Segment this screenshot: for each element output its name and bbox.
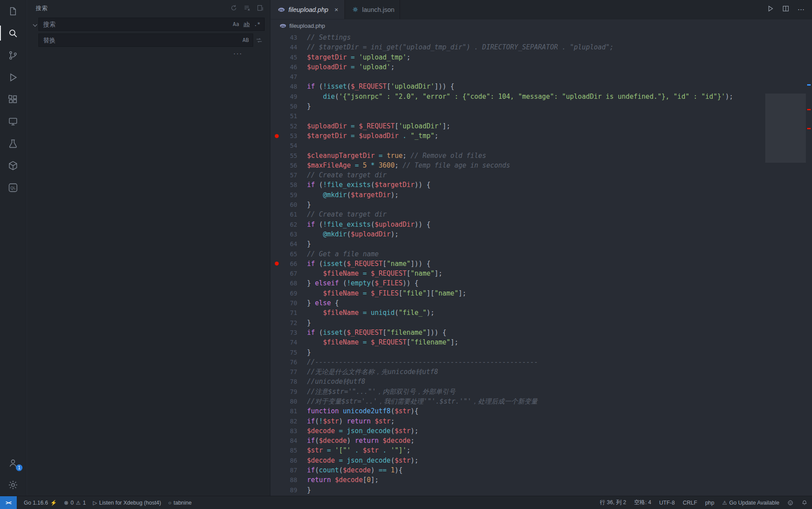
breakpoint-gutter[interactable] [271, 485, 282, 495]
split-editor-icon[interactable] [782, 5, 790, 14]
code-line[interactable]: 49 die('{"jsonrpc" : "2.0", "error" : {"… [271, 92, 765, 101]
code-line[interactable]: 60} [271, 200, 765, 210]
code-line[interactable]: 57// Create target dir [271, 170, 765, 180]
code-line[interactable]: 55$cleanupTargetDir = true; // Remove ol… [271, 151, 765, 161]
code-line[interactable]: 54 [271, 141, 765, 150]
package-icon[interactable] [0, 154, 26, 176]
code-line[interactable]: 79//注意$str='"..."'，内部双引号，外部单引号 [271, 387, 765, 397]
status-tabnine[interactable]: ○tabnine [168, 500, 191, 506]
code-line[interactable]: 78//unicode转utf8 [271, 377, 765, 386]
code-line[interactable]: 66if (isset($_REQUEST["name"])) { [271, 259, 765, 269]
code-line[interactable]: 72} [271, 318, 765, 328]
code-line[interactable]: 44// $targetDir = ini_get("upload_tmp_di… [271, 42, 765, 52]
code-line[interactable]: 75} [271, 348, 765, 357]
breakpoint-gutter[interactable] [271, 456, 282, 465]
breakpoint-gutter[interactable] [271, 42, 282, 52]
code-line[interactable]: 45$targetDir = 'upload_tmp'; [271, 52, 765, 62]
breakpoint-gutter[interactable] [271, 249, 282, 259]
remote-explorer-icon[interactable] [0, 110, 26, 132]
code-line[interactable]: 70} else { [271, 298, 765, 308]
code-line[interactable]: 56$maxFileAge = 5 * 3600; // Temp file a… [271, 161, 765, 170]
breakpoint-gutter[interactable] [271, 397, 282, 406]
code-line[interactable]: 73if (isset($_REQUEST["filename"])) { [271, 328, 765, 337]
extensions-icon[interactable] [0, 88, 26, 110]
regex-toggle[interactable]: .* [252, 19, 262, 29]
breakpoint-gutter[interactable] [271, 220, 282, 229]
code-line[interactable]: 71 $fileName = uniqid("file_"); [271, 308, 765, 318]
accounts-icon[interactable]: 1 [0, 452, 26, 474]
status-language[interactable]: php [705, 500, 715, 506]
breakpoint-gutter[interactable] [271, 475, 282, 485]
codeql-icon[interactable]: QL [0, 176, 26, 198]
breakpoint-gutter[interactable] [271, 436, 282, 445]
code-line[interactable]: 62if (!file_exists($uploadDir)) { [271, 220, 765, 229]
breakpoint-gutter[interactable] [271, 121, 282, 131]
breakpoint-dot[interactable] [271, 131, 282, 141]
code-line[interactable]: 52$uploadDir = $_REQUEST['uploadDir']; [271, 121, 765, 131]
code-line[interactable]: 82if(!$str) return $str; [271, 416, 765, 426]
status-go-version[interactable]: Go 1.16.6⚡ [24, 500, 57, 506]
code-line[interactable]: 64} [271, 239, 765, 249]
search-icon[interactable] [0, 22, 26, 44]
code-line[interactable]: 65// Get a file name [271, 249, 765, 259]
breakpoint-gutter[interactable] [271, 406, 282, 416]
breakpoint-gutter[interactable] [271, 377, 282, 386]
code-line[interactable]: 81function unicode2utf8($str){ [271, 406, 765, 416]
code-line[interactable]: 89} [271, 485, 765, 495]
breakpoint-gutter[interactable] [271, 387, 282, 397]
code-line[interactable]: 50} [271, 101, 765, 111]
source-control-icon[interactable] [0, 44, 26, 66]
code-line[interactable]: 86$decode = json_decode($str); [271, 456, 765, 465]
breakpoint-gutter[interactable] [271, 288, 282, 298]
code-line[interactable]: 85$str = '["' . $str . '"]'; [271, 445, 765, 455]
tab-fileupload-php[interactable]: php fileupload.php × [271, 0, 345, 19]
breakpoint-gutter[interactable] [271, 308, 282, 318]
breakpoint-gutter[interactable] [271, 367, 282, 377]
breakpoint-gutter[interactable] [271, 348, 282, 357]
breakpoint-gutter[interactable] [271, 269, 282, 278]
code-line[interactable]: 76//------------------------------------… [271, 357, 765, 367]
code-line[interactable]: 63 @mkdir($uploadDir); [271, 229, 765, 239]
breakpoint-gutter[interactable] [271, 200, 282, 210]
breakpoint-gutter[interactable] [271, 170, 282, 180]
toggle-search-details[interactable]: ··· [38, 49, 265, 57]
breakpoint-gutter[interactable] [271, 337, 282, 347]
code-line[interactable]: 77//无论是什么文件名称，先unicode转utf8 [271, 367, 765, 377]
clear-search-results-icon[interactable] [243, 4, 251, 13]
breakpoint-gutter[interactable] [271, 426, 282, 436]
code-line[interactable]: 46$uploadDir = 'upload'; [271, 62, 765, 72]
code-line[interactable]: 88return $decode[0]; [271, 475, 765, 485]
code-line[interactable]: 68} elseif (!empty($_FILES)) { [271, 278, 765, 288]
search-input[interactable] [42, 20, 231, 28]
status-problems[interactable]: ⊗0 ⚠1 [64, 500, 86, 506]
code-line[interactable]: 58if (!file_exists($targetDir)) { [271, 180, 765, 190]
breakpoint-gutter[interactable] [271, 445, 282, 455]
breakpoint-gutter[interactable] [271, 318, 282, 328]
breakpoint-gutter[interactable] [271, 465, 282, 475]
breakpoint-gutter[interactable] [271, 52, 282, 62]
breakpoint-gutter[interactable] [271, 278, 282, 288]
breakpoint-gutter[interactable] [271, 62, 282, 72]
tab-close-icon[interactable]: × [333, 6, 339, 13]
breakpoint-gutter[interactable] [271, 190, 282, 200]
status-cursor-position[interactable]: 行 36, 列 2 [600, 499, 626, 506]
code-line[interactable]: 48if (!isset($_REQUEST['uploadDir'])) { [271, 82, 765, 91]
breakpoint-gutter[interactable] [271, 33, 282, 42]
code-line[interactable]: 84if($decode) return $decode; [271, 436, 765, 445]
feedback-icon[interactable] [787, 500, 793, 506]
status-go-update[interactable]: ⚠Go Update Available [722, 500, 779, 506]
whole-word-toggle[interactable]: ab [241, 19, 252, 29]
code-line[interactable]: 69 $fileName = $_FILES["file"]["name"]; [271, 288, 765, 298]
code-line[interactable]: 61// Create target dir [271, 210, 765, 219]
breadcrumb[interactable]: php fileupload.php [271, 19, 812, 32]
run-debug-file-icon[interactable] [767, 5, 774, 14]
code-line[interactable]: 47 [271, 72, 765, 82]
minimap[interactable] [765, 32, 806, 496]
notifications-bell-icon[interactable] [801, 500, 808, 506]
code-line[interactable]: 43// Settings [271, 33, 765, 42]
breakpoint-gutter[interactable] [271, 82, 282, 91]
breakpoint-gutter[interactable] [271, 229, 282, 239]
run-debug-icon[interactable] [0, 66, 26, 88]
breakpoint-gutter[interactable] [271, 151, 282, 161]
breakpoint-gutter[interactable] [271, 210, 282, 219]
